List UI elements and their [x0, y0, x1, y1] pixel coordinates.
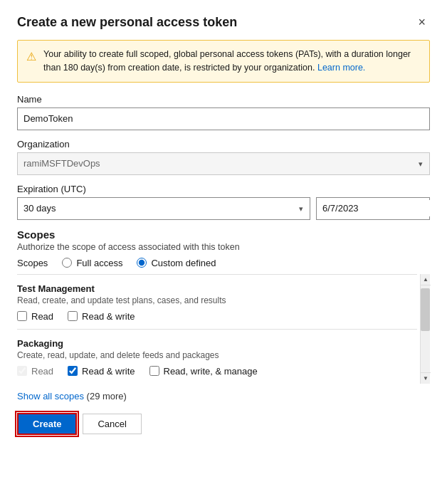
duration-select-wrapper: 30 days ▾: [17, 197, 310, 220]
test-management-options: Read Read & write: [17, 311, 417, 322]
pkg-read-checkbox[interactable]: [17, 366, 27, 376]
create-pat-dialog: Create a new personal access token × ⚠ Y…: [0, 0, 447, 504]
packaging-options: Read Read & write Read, write, & manage: [17, 366, 417, 377]
pkg-read-write-checkbox[interactable]: [68, 366, 78, 376]
dialog-header: Create a new personal access token ×: [17, 14, 430, 30]
scopes-section: Scopes Authorize the scope of access ass…: [17, 229, 430, 384]
scroll-thumb[interactable]: [421, 288, 430, 331]
scroll-up-arrow[interactable]: ▲: [421, 274, 431, 285]
custom-defined-radio[interactable]: [137, 258, 147, 268]
show-scopes-row: Show all scopes (29 more): [17, 391, 430, 401]
full-access-radio[interactable]: [62, 258, 72, 268]
packaging-title: Packaging: [17, 338, 417, 349]
org-select-wrapper: ramiMSFTDevOps ▾: [17, 152, 430, 175]
show-all-scopes-link[interactable]: Show all scopes: [17, 391, 84, 401]
full-access-radio-label[interactable]: Full access: [62, 258, 122, 268]
expiration-label: Expiration (UTC): [17, 184, 430, 194]
pkg-read-text: Read: [31, 366, 53, 377]
scopes-radio-row: Scopes Full access Custom defined: [17, 258, 430, 268]
tm-read-checkbox[interactable]: [17, 311, 27, 321]
expiration-row: 30 days ▾ 📅: [17, 197, 430, 220]
org-group: Organization ramiMSFTDevOps ▾: [17, 139, 430, 175]
expiration-duration-wrapper: 30 days ▾: [17, 197, 310, 220]
tm-read-text: Read: [31, 311, 53, 322]
show-scopes-count: (29 more): [87, 391, 127, 401]
scope-groups-inner: Test Management Read, create, and update…: [17, 274, 430, 384]
scroll-track: [421, 285, 430, 372]
packaging-desc: Create, read, update, and delete feeds a…: [17, 350, 417, 360]
date-input-wrapper: 📅: [316, 197, 430, 220]
expiration-date-wrapper: 📅: [316, 197, 430, 220]
full-access-label: Full access: [76, 258, 122, 268]
tm-read-label[interactable]: Read: [17, 311, 53, 322]
test-management-group: Test Management Read, create, and update…: [17, 274, 417, 329]
duration-select[interactable]: 30 days: [17, 197, 310, 220]
org-select[interactable]: ramiMSFTDevOps: [17, 152, 430, 175]
cancel-button[interactable]: Cancel: [83, 414, 141, 434]
pkg-read-write-manage-checkbox[interactable]: [149, 366, 159, 376]
scroll-down-arrow[interactable]: ▼: [421, 372, 431, 384]
scopes-title: Scopes: [17, 229, 430, 241]
test-management-title: Test Management: [17, 283, 417, 294]
footer-row: Create Cancel: [17, 413, 430, 435]
name-input[interactable]: [17, 107, 430, 130]
warning-text: Your ability to create full scoped, glob…: [43, 48, 421, 75]
tm-read-write-label[interactable]: Read & write: [68, 311, 135, 322]
scope-scrollbar: ▲ ▼: [420, 274, 430, 384]
close-button[interactable]: ×: [414, 14, 430, 30]
scopes-row-label: Scopes: [17, 258, 48, 268]
custom-defined-radio-label[interactable]: Custom defined: [137, 258, 216, 268]
date-input[interactable]: [317, 200, 447, 216]
learn-more-link[interactable]: Learn more.: [317, 63, 365, 73]
custom-defined-label: Custom defined: [151, 258, 216, 268]
tm-read-write-text: Read & write: [82, 311, 135, 322]
create-button[interactable]: Create: [17, 413, 77, 435]
pkg-read-write-text: Read & write: [82, 366, 135, 377]
name-group: Name: [17, 94, 430, 130]
warning-icon: ⚠: [26, 48, 36, 75]
scopes-description: Authorize the scope of access associated…: [17, 242, 430, 252]
scope-groups-container: Test Management Read, create, and update…: [17, 274, 430, 384]
pkg-read-write-manage-text: Read, write, & manage: [164, 366, 258, 377]
org-label: Organization: [17, 139, 430, 149]
pkg-read-write-manage-label[interactable]: Read, write, & manage: [149, 366, 258, 377]
tm-read-write-checkbox[interactable]: [68, 311, 78, 321]
packaging-group: Packaging Create, read, update, and dele…: [17, 329, 417, 384]
name-label: Name: [17, 94, 430, 105]
warning-banner: ⚠ Your ability to create full scoped, gl…: [17, 40, 430, 83]
pkg-read-write-label[interactable]: Read & write: [68, 366, 135, 377]
dialog-title: Create a new personal access token: [17, 15, 237, 30]
test-management-desc: Read, create, and update test plans, cas…: [17, 295, 417, 305]
pkg-read-label[interactable]: Read: [17, 366, 53, 377]
expiration-group: Expiration (UTC) 30 days ▾ 📅: [17, 184, 430, 220]
